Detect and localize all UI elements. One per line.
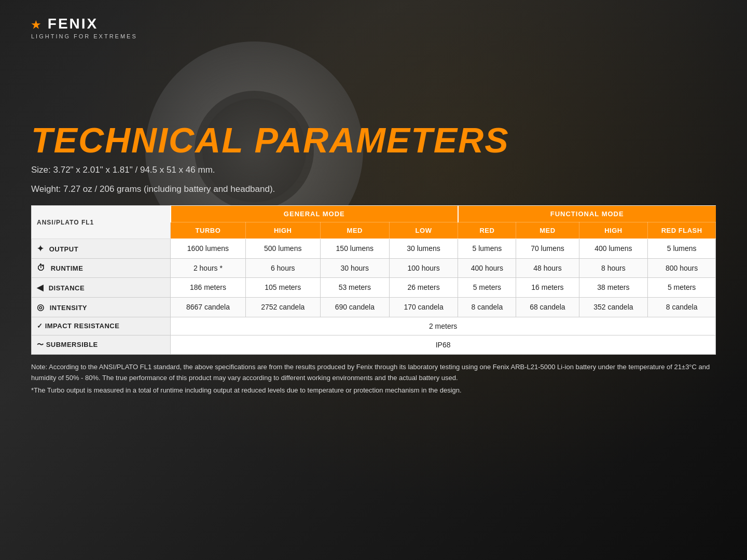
distance-red-flash: 5 meters: [648, 277, 716, 297]
runtime-turbo: 2 hours *: [171, 258, 245, 277]
runtime-red: 400 hours: [458, 258, 516, 277]
distance-turbo: 186 meters: [171, 277, 245, 297]
mode-header-row: ANSI/PLATO FL1 GENERAL MODE FUNCTIONAL M…: [32, 206, 716, 222]
submersible-row: 〜 SUBMERSIBLE IP68: [32, 335, 716, 354]
runtime-high-func: 8 hours: [579, 258, 648, 277]
col-med-gen: MED: [320, 222, 389, 239]
runtime-label: ⏱ RUNTIME: [32, 258, 171, 277]
intensity-med-func: 68 candela: [516, 297, 579, 317]
distance-med-func: 16 meters: [516, 277, 579, 297]
brand-name: ★ FENIX: [31, 16, 716, 32]
intensity-label: ◎ INTENSITY: [32, 297, 171, 317]
output-red: 5 lumens: [458, 239, 516, 258]
distance-low: 26 meters: [389, 277, 458, 297]
col-turbo: TURBO: [171, 222, 245, 239]
note2: *The Turbo output is measured in a total…: [31, 385, 716, 396]
page-title: TECHNICAL PARAMETERS: [31, 122, 716, 158]
intensity-red-flash: 8 candela: [648, 297, 716, 317]
impact-icon: ✓: [37, 322, 43, 330]
functional-mode-header: FUNCTIONAL MODE: [458, 206, 716, 222]
output-low: 30 lumens: [389, 239, 458, 258]
output-med: 150 lumens: [320, 239, 389, 258]
title-section: TECHNICAL PARAMETERS Size: 3.72" x 2.01"…: [31, 122, 716, 196]
runtime-med: 30 hours: [320, 258, 389, 277]
distance-high-func: 38 meters: [579, 277, 648, 297]
size-info: Size: 3.72" x 2.01" x 1.81" / 94.5 x 51 …: [31, 163, 716, 177]
brand-tagline: LIGHTING FOR EXTREMES: [31, 33, 716, 39]
output-row: ✦ OUTPUT 1600 lumens 500 lumens 150 lume…: [32, 239, 716, 258]
runtime-low: 100 hours: [389, 258, 458, 277]
output-icon: ✦: [37, 244, 44, 253]
specs-table: ANSI/PLATO FL1 GENERAL MODE FUNCTIONAL M…: [31, 205, 716, 355]
intensity-turbo: 8667 candela: [171, 297, 245, 317]
col-low: LOW: [389, 222, 458, 239]
ansi-label: ANSI/PLATO FL1: [32, 206, 171, 239]
impact-value: 2 meters: [171, 317, 716, 335]
intensity-row: ◎ INTENSITY 8667 candela 2752 candela 69…: [32, 297, 716, 317]
intensity-low: 170 candela: [389, 297, 458, 317]
output-high-func: 400 lumens: [579, 239, 648, 258]
intensity-med: 690 candela: [320, 297, 389, 317]
note1: Note: According to the ANSI/PLATO FL1 st…: [31, 362, 716, 384]
output-turbo: 1600 lumens: [171, 239, 245, 258]
logo-area: ★ FENIX LIGHTING FOR EXTREMES: [31, 0, 716, 39]
specs-table-wrapper: ANSI/PLATO FL1 GENERAL MODE FUNCTIONAL M…: [31, 205, 716, 355]
brand-star: ★: [31, 19, 42, 31]
distance-high: 105 meters: [245, 277, 320, 297]
intensity-red: 8 candela: [458, 297, 516, 317]
notes-section: Note: According to the ANSI/PLATO FL1 st…: [31, 362, 716, 396]
impact-label: ✓ IMPACT RESISTANCE: [32, 317, 171, 335]
distance-red: 5 meters: [458, 277, 516, 297]
runtime-med-func: 48 hours: [516, 258, 579, 277]
col-red: RED: [458, 222, 516, 239]
runtime-icon: ⏱: [37, 263, 46, 272]
submersible-label: 〜 SUBMERSIBLE: [32, 335, 171, 354]
runtime-row: ⏱ RUNTIME 2 hours * 6 hours 30 hours 100…: [32, 258, 716, 277]
distance-icon: ◀: [37, 283, 44, 292]
runtime-red-flash: 800 hours: [648, 258, 716, 277]
runtime-high: 6 hours: [245, 258, 320, 277]
impact-row: ✓ IMPACT RESISTANCE 2 meters: [32, 317, 716, 335]
submersible-icon: 〜: [37, 341, 44, 348]
output-high: 500 lumens: [245, 239, 320, 258]
distance-med: 53 meters: [320, 277, 389, 297]
col-med-func: MED: [516, 222, 579, 239]
intensity-high-func: 352 candela: [579, 297, 648, 317]
output-red-flash: 5 lumens: [648, 239, 716, 258]
intensity-high: 2752 candela: [245, 297, 320, 317]
submersible-value: IP68: [171, 335, 716, 354]
col-high-func: HIGH: [579, 222, 648, 239]
general-mode-header: GENERAL MODE: [171, 206, 458, 222]
col-high-gen: HIGH: [245, 222, 320, 239]
intensity-icon: ◎: [37, 303, 45, 312]
output-med-func: 70 lumens: [516, 239, 579, 258]
weight-info: Weight: 7.27 oz / 206 grams (including b…: [31, 182, 716, 196]
col-red-flash: RED FLASH: [648, 222, 716, 239]
distance-row: ◀ DISTANCE 186 meters 105 meters 53 mete…: [32, 277, 716, 297]
output-label: ✦ OUTPUT: [32, 239, 171, 258]
distance-label: ◀ DISTANCE: [32, 277, 171, 297]
